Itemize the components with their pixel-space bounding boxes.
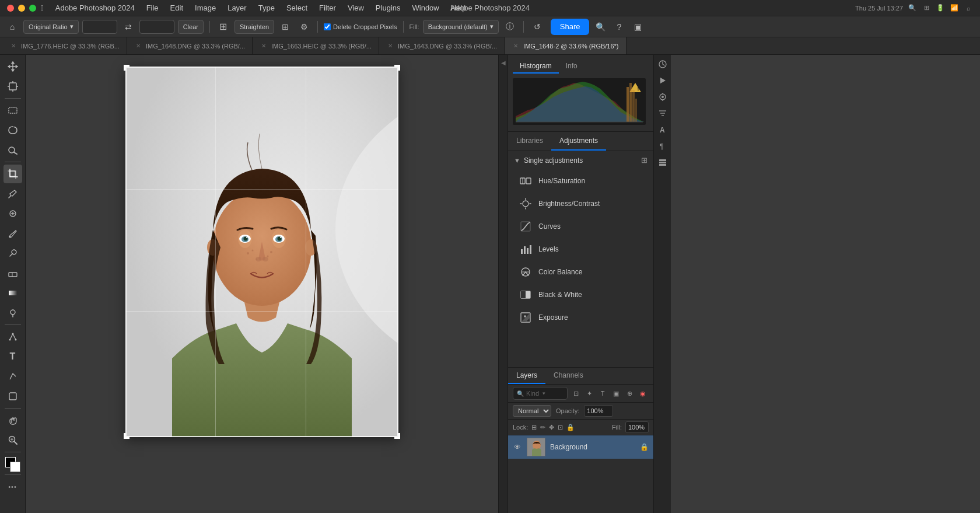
blend-mode-select[interactable]: Normal <box>513 405 551 417</box>
fill-dropdown[interactable]: Background (default) ▾ <box>423 20 499 34</box>
adjustment-filter-icon[interactable]: ✦ <box>583 388 595 399</box>
tab-1[interactable]: ✕ IMG_1648.DNG @ 33.3% (RGB/... <box>127 37 253 55</box>
layer-menu[interactable]: Layer <box>223 2 251 13</box>
shape-filter-icon[interactable]: ▣ <box>610 388 622 399</box>
opacity-input[interactable] <box>584 405 613 417</box>
view-menu[interactable]: View <box>343 2 369 13</box>
tab-close-0[interactable]: ✕ <box>9 42 18 50</box>
filter-panel-icon[interactable] <box>656 106 670 120</box>
gradient-tool[interactable] <box>4 284 22 302</box>
brightness-contrast-item[interactable]: Brightness/Contrast <box>512 193 650 215</box>
delete-cropped-checkbox[interactable]: Delete Cropped Pixels <box>324 23 397 30</box>
minimize-button[interactable] <box>18 5 25 12</box>
search-icon[interactable]: 🔍 <box>908 4 917 13</box>
black-white-item[interactable]: Black & White <box>512 284 650 306</box>
type-tool[interactable]: T <box>4 347 22 366</box>
color-balance-item[interactable]: Color Balance <box>512 261 650 283</box>
dodge-tool[interactable] <box>4 303 22 322</box>
straighten-button[interactable]: Straighten <box>235 20 274 34</box>
histogram-tab[interactable]: Histogram <box>513 60 559 74</box>
tab-close-3[interactable]: ✕ <box>386 42 394 50</box>
control-center-icon[interactable]: ⊞ <box>922 4 931 13</box>
app-name-menu[interactable]: Adobe Photoshop 2024 <box>51 2 139 13</box>
layers-tab[interactable]: Layers <box>508 368 545 384</box>
home-icon[interactable]: ⌂ <box>5 19 20 34</box>
select-menu[interactable]: Select <box>282 2 312 13</box>
close-button[interactable] <box>7 5 14 12</box>
clear-button[interactable]: Clear <box>178 20 204 34</box>
layers-panel-icon[interactable] <box>656 155 670 169</box>
hand-tool[interactable] <box>4 411 22 430</box>
history-back-icon[interactable]: ↺ <box>530 19 545 34</box>
info-tab[interactable]: Info <box>559 60 584 74</box>
path-selection-tool[interactable] <box>4 367 22 386</box>
wifi-icon[interactable]: 📶 <box>950 4 959 13</box>
image-menu[interactable]: Image <box>190 2 220 13</box>
lasso-tool[interactable] <box>4 121 22 139</box>
panel-collapse-button[interactable]: ◀ <box>498 55 508 513</box>
single-adjustments-header[interactable]: ▼ Single adjustments ⊞ <box>508 151 653 169</box>
plugins-menu[interactable]: Plugins <box>371 2 405 13</box>
tab-2[interactable]: ✕ IMG_1663.HEIC @ 33.3% (RGB/... <box>253 37 379 55</box>
adj-grid-icon[interactable]: ⊞ <box>641 156 648 165</box>
apple-menu[interactable]:  <box>36 2 48 13</box>
color-swatches[interactable] <box>5 457 20 472</box>
curves-item[interactable]: Curves <box>512 215 650 238</box>
type-filter-icon[interactable]: T <box>597 388 608 399</box>
window-menu[interactable]: Window <box>408 2 444 13</box>
lock-brush-icon[interactable]: ✏ <box>540 424 545 431</box>
tab-close-2[interactable]: ✕ <box>260 42 268 50</box>
info-icon[interactable]: ⓘ <box>502 19 517 34</box>
help-toolbar-icon[interactable]: ? <box>611 19 626 34</box>
exposure-item[interactable]: Exposure <box>512 306 650 329</box>
zoom-tool[interactable] <box>4 431 22 449</box>
crop-tool[interactable] <box>4 165 22 183</box>
search-toolbar-icon[interactable]: 🔍 <box>593 19 608 34</box>
clone-stamp-tool[interactable] <box>4 244 22 263</box>
brush-tool[interactable] <box>4 224 22 243</box>
tab-close-4[interactable]: ✕ <box>512 42 520 50</box>
spotlight-icon[interactable]: ⌕ <box>964 4 973 13</box>
layer-lock-icon[interactable]: 🔒 <box>640 443 649 451</box>
layout-icon[interactable]: ▣ <box>630 19 645 34</box>
extra-tools-button[interactable]: ••• <box>4 477 22 496</box>
tab-4[interactable]: ✕ IMG_1648-2 @ 33.6% (RGB/16*) <box>505 37 626 55</box>
file-menu[interactable]: File <box>142 2 163 13</box>
pixel-filter-icon[interactable]: ⊡ <box>570 388 582 399</box>
filter-toggle-icon[interactable]: ◉ <box>637 388 649 399</box>
artboard-tool[interactable] <box>4 77 22 96</box>
lock-all-icon[interactable]: 🔒 <box>566 424 575 431</box>
adjustments-panel-icon[interactable] <box>656 90 670 104</box>
tab-3[interactable]: ✕ IMG_1643.DNG @ 33.3% (RGB/... <box>379 37 505 55</box>
adjustments-tab[interactable]: Adjustments <box>551 132 606 151</box>
character-panel-icon[interactable]: A <box>656 123 670 137</box>
maximize-button[interactable] <box>29 5 36 12</box>
lock-artboard-icon[interactable]: ⊡ <box>558 424 563 431</box>
play-action-icon[interactable] <box>656 74 670 88</box>
share-button[interactable]: Share <box>551 19 590 35</box>
hue-saturation-item[interactable]: Hue/Saturation <box>512 170 650 192</box>
move-tool[interactable] <box>4 57 22 76</box>
type-menu[interactable]: Type <box>254 2 279 13</box>
libraries-tab[interactable]: Libraries <box>508 132 551 151</box>
channels-tab[interactable]: Channels <box>545 368 592 384</box>
filter-menu[interactable]: Filter <box>314 2 341 13</box>
history-panel-icon[interactable] <box>656 57 670 71</box>
layer-visibility-icon[interactable]: 👁 <box>513 442 522 452</box>
quick-select-tool[interactable] <box>4 141 22 159</box>
tab-close-1[interactable]: ✕ <box>134 42 142 50</box>
edit-menu[interactable]: Edit <box>166 2 188 13</box>
layers-search[interactable]: 🔍 Kind ▾ <box>513 387 568 400</box>
pen-tool[interactable] <box>4 327 22 346</box>
height-input[interactable] <box>139 20 174 34</box>
lock-move-icon[interactable]: ✥ <box>549 424 554 431</box>
overlay-icon[interactable]: ⊞ <box>278 19 293 34</box>
rectangular-marquee-tool[interactable] <box>4 101 22 120</box>
grid-icon[interactable]: ⊞ <box>216 19 231 34</box>
ratio-dropdown[interactable]: Original Ratio ▾ <box>23 20 79 34</box>
width-input[interactable] <box>82 20 117 34</box>
tab-0[interactable]: ✕ IMG_1776.HEIC @ 33.3% (RGB... <box>2 37 127 55</box>
background-layer[interactable]: 👁 Background 🔒 <box>508 435 653 459</box>
fill-input[interactable] <box>625 421 649 433</box>
lock-checkerboard-icon[interactable]: ⊞ <box>531 424 537 431</box>
